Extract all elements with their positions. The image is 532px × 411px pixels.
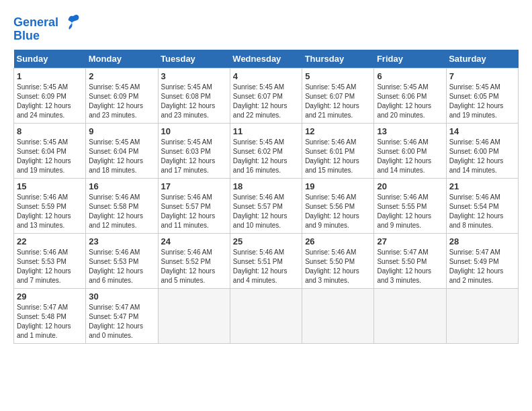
day-info: Sunrise: 5:45 AM Sunset: 6:07 PM Dayligh… [233,83,299,120]
day-number: 13 [377,126,443,136]
day-number: 16 [89,181,154,191]
day-number: 7 [449,71,515,81]
day-info: Sunrise: 5:46 AM Sunset: 5:53 PM Dayligh… [17,248,83,285]
day-number: 27 [377,236,443,246]
calendar-week-row: 29 Sunrise: 5:47 AM Sunset: 5:48 PM Dayl… [14,288,519,343]
calendar-day-cell: 29 Sunrise: 5:47 AM Sunset: 5:48 PM Dayl… [14,288,86,343]
day-info: Sunrise: 5:47 AM Sunset: 5:50 PM Dayligh… [377,248,443,285]
calendar-day-cell: 2 Sunrise: 5:45 AM Sunset: 6:09 PM Dayli… [86,68,158,123]
day-info: Sunrise: 5:45 AM Sunset: 6:09 PM Dayligh… [89,83,154,120]
calendar-day-cell: 12 Sunrise: 5:46 AM Sunset: 6:01 PM Dayl… [302,123,374,178]
day-info: Sunrise: 5:45 AM Sunset: 6:07 PM Dayligh… [305,83,371,120]
calendar-day-cell: 30 Sunrise: 5:47 AM Sunset: 5:47 PM Dayl… [86,288,158,343]
calendar-day-cell: 18 Sunrise: 5:46 AM Sunset: 5:57 PM Dayl… [230,178,302,233]
day-number: 22 [17,236,83,246]
day-number: 20 [377,181,443,191]
day-info: Sunrise: 5:45 AM Sunset: 6:08 PM Dayligh… [161,83,227,120]
day-number: 4 [233,71,299,81]
calendar-day-cell: 3 Sunrise: 5:45 AM Sunset: 6:08 PM Dayli… [158,68,230,123]
calendar-day-cell [158,288,230,343]
day-number: 18 [233,181,299,191]
calendar-week-row: 15 Sunrise: 5:46 AM Sunset: 5:59 PM Dayl… [14,178,519,233]
calendar-day-cell: 15 Sunrise: 5:46 AM Sunset: 5:59 PM Dayl… [14,178,86,233]
calendar-day-cell: 5 Sunrise: 5:45 AM Sunset: 6:07 PM Dayli… [302,68,374,123]
day-info: Sunrise: 5:45 AM Sunset: 6:06 PM Dayligh… [377,83,443,120]
day-number: 28 [449,236,515,246]
weekday-header: Saturday [446,50,518,68]
day-number: 24 [161,236,227,246]
day-number: 14 [449,126,515,136]
calendar-day-cell: 10 Sunrise: 5:45 AM Sunset: 6:03 PM Dayl… [158,123,230,178]
day-info: Sunrise: 5:47 AM Sunset: 5:47 PM Dayligh… [89,303,154,340]
day-info: Sunrise: 5:45 AM Sunset: 6:09 PM Dayligh… [17,83,83,120]
calendar-day-cell: 24 Sunrise: 5:46 AM Sunset: 5:52 PM Dayl… [158,233,230,288]
day-info: Sunrise: 5:46 AM Sunset: 6:00 PM Dayligh… [449,138,515,175]
page-header: General Blue [13,13,519,43]
weekday-header: Sunday [14,50,86,68]
day-number: 26 [305,236,371,246]
calendar-day-cell: 21 Sunrise: 5:46 AM Sunset: 5:54 PM Dayl… [446,178,518,233]
calendar-day-cell: 27 Sunrise: 5:47 AM Sunset: 5:50 PM Dayl… [374,233,446,288]
day-number: 23 [89,236,154,246]
day-number: 2 [89,71,154,81]
day-number: 10 [161,126,227,136]
day-info: Sunrise: 5:46 AM Sunset: 5:54 PM Dayligh… [449,193,515,230]
calendar-day-cell: 16 Sunrise: 5:46 AM Sunset: 5:58 PM Dayl… [86,178,158,233]
day-info: Sunrise: 5:46 AM Sunset: 5:55 PM Dayligh… [377,193,443,230]
day-info: Sunrise: 5:46 AM Sunset: 5:58 PM Dayligh… [89,193,154,230]
day-info: Sunrise: 5:45 AM Sunset: 6:04 PM Dayligh… [89,138,154,175]
day-info: Sunrise: 5:46 AM Sunset: 5:51 PM Dayligh… [233,248,299,285]
logo-text: General [13,16,58,30]
calendar-day-cell: 6 Sunrise: 5:45 AM Sunset: 6:06 PM Dayli… [374,68,446,123]
calendar-day-cell: 17 Sunrise: 5:46 AM Sunset: 5:57 PM Dayl… [158,178,230,233]
calendar-week-row: 1 Sunrise: 5:45 AM Sunset: 6:09 PM Dayli… [14,68,519,123]
calendar-week-row: 8 Sunrise: 5:45 AM Sunset: 6:04 PM Dayli… [14,123,519,178]
day-info: Sunrise: 5:45 AM Sunset: 6:02 PM Dayligh… [233,138,299,175]
calendar-day-cell: 9 Sunrise: 5:45 AM Sunset: 6:04 PM Dayli… [86,123,158,178]
day-info: Sunrise: 5:46 AM Sunset: 5:50 PM Dayligh… [305,248,371,285]
day-number: 11 [233,126,299,136]
calendar-day-cell: 25 Sunrise: 5:46 AM Sunset: 5:51 PM Dayl… [230,233,302,288]
day-info: Sunrise: 5:46 AM Sunset: 5:57 PM Dayligh… [161,193,227,230]
day-number: 17 [161,181,227,191]
calendar-day-cell: 26 Sunrise: 5:46 AM Sunset: 5:50 PM Dayl… [302,233,374,288]
day-info: Sunrise: 5:46 AM Sunset: 5:59 PM Dayligh… [17,193,83,230]
calendar-day-cell: 28 Sunrise: 5:47 AM Sunset: 5:49 PM Dayl… [446,233,518,288]
weekday-header: Thursday [302,50,374,68]
day-number: 30 [89,291,154,302]
day-number: 21 [449,181,515,191]
calendar-day-cell [374,288,446,343]
day-number: 19 [305,181,371,191]
day-info: Sunrise: 5:45 AM Sunset: 6:05 PM Dayligh… [449,83,515,120]
calendar-day-cell: 14 Sunrise: 5:46 AM Sunset: 6:00 PM Dayl… [446,123,518,178]
day-info: Sunrise: 5:47 AM Sunset: 5:48 PM Dayligh… [17,303,83,340]
day-number: 6 [377,71,443,81]
logo-bird-icon [60,13,81,32]
calendar-day-cell: 19 Sunrise: 5:46 AM Sunset: 5:56 PM Dayl… [302,178,374,233]
calendar-day-cell: 8 Sunrise: 5:45 AM Sunset: 6:04 PM Dayli… [14,123,86,178]
day-number: 5 [305,71,371,81]
day-info: Sunrise: 5:46 AM Sunset: 6:01 PM Dayligh… [305,138,371,175]
calendar-day-cell: 11 Sunrise: 5:45 AM Sunset: 6:02 PM Dayl… [230,123,302,178]
calendar-day-cell [230,288,302,343]
logo: General Blue [13,13,81,43]
calendar-day-cell: 23 Sunrise: 5:46 AM Sunset: 5:53 PM Dayl… [86,233,158,288]
weekday-header: Monday [86,50,158,68]
day-number: 9 [89,126,154,136]
day-info: Sunrise: 5:47 AM Sunset: 5:49 PM Dayligh… [449,248,515,285]
calendar-week-row: 22 Sunrise: 5:46 AM Sunset: 5:53 PM Dayl… [14,233,519,288]
calendar-day-cell: 22 Sunrise: 5:46 AM Sunset: 5:53 PM Dayl… [14,233,86,288]
calendar-day-cell: 7 Sunrise: 5:45 AM Sunset: 6:05 PM Dayli… [446,68,518,123]
day-info: Sunrise: 5:46 AM Sunset: 5:53 PM Dayligh… [89,248,154,285]
day-number: 25 [233,236,299,246]
day-info: Sunrise: 5:46 AM Sunset: 6:00 PM Dayligh… [377,138,443,175]
calendar-table: SundayMondayTuesdayWednesdayThursdayFrid… [13,50,519,344]
day-number: 29 [17,291,83,302]
calendar-day-cell: 4 Sunrise: 5:45 AM Sunset: 6:07 PM Dayli… [230,68,302,123]
day-number: 1 [17,71,83,81]
day-number: 15 [17,181,83,191]
logo-text-blue: Blue [13,30,40,43]
weekday-header: Tuesday [158,50,230,68]
calendar-day-cell [302,288,374,343]
calendar-day-cell: 13 Sunrise: 5:46 AM Sunset: 6:00 PM Dayl… [374,123,446,178]
